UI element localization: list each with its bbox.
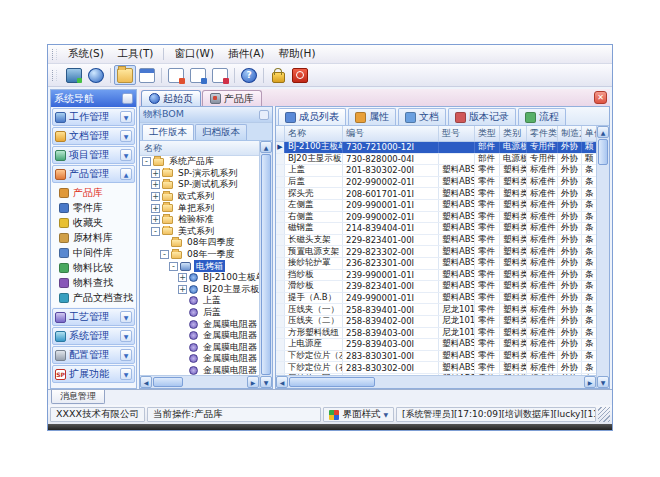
expand-icon[interactable]: + [151, 204, 160, 213]
tree-node-6[interactable]: -美式系列 [140, 226, 259, 238]
tree-node-12[interactable]: 上盖 [140, 295, 259, 307]
tree-node-8[interactable]: -08年一季度 [140, 249, 259, 261]
tree-node-16[interactable]: 金属膜电阻器 [140, 342, 259, 354]
report-delete-icon[interactable] [209, 65, 231, 85]
scroll-down-icon[interactable]: ▼ [260, 376, 272, 388]
table-row[interactable]: 滑纱板239-823401-00I塑料ABS零件塑料类标准件外协条 [276, 281, 596, 293]
tree-node-2[interactable]: +SP-测试机系列 [140, 179, 259, 191]
table-row[interactable]: 提手（A.B）249-990001-01I塑料ABS零件塑料类标准件外协条 [276, 293, 596, 305]
table-row[interactable]: 左侧盖209-990001-01I塑料ABS零件塑料类标准件外协条 [276, 200, 596, 212]
tree-node-7[interactable]: 08年四季度 [140, 237, 259, 249]
message-panel-tab[interactable]: 消息管理 [51, 390, 105, 404]
tree-node-18[interactable]: 金属膜电阻器 [140, 365, 259, 375]
sidebar-item-favorites[interactable]: 收藏夹 [51, 215, 136, 230]
scrollbar-thumb[interactable] [598, 139, 608, 165]
tree-column-header[interactable]: 名称 [140, 141, 259, 156]
expand-icon[interactable]: + [178, 285, 187, 294]
detail-tab-1[interactable]: 属性 [348, 108, 396, 125]
detail-tab-4[interactable]: 流程 [518, 108, 566, 125]
chevron-down-icon[interactable]: ▼ [120, 311, 132, 323]
close-tab-button[interactable]: ✕ [594, 91, 607, 104]
table-row[interactable]: 下纱定位片（左）283-830301-00I塑料ABS零件塑料类标准件外协条 [276, 351, 596, 363]
tree-node-4[interactable]: +单把系列 [140, 202, 259, 214]
table-row[interactable]: 压线夹（二）258-839402-00I尼龙1010零件塑料类标准件外协条 [276, 316, 596, 328]
menu-item-5[interactable]: 帮助(H) [271, 47, 322, 61]
column-header-3[interactable]: 类型 [475, 126, 500, 141]
doc-tab-1[interactable]: 产品库 [202, 90, 262, 106]
workspace-icon[interactable] [63, 65, 85, 85]
web-icon[interactable] [85, 65, 107, 85]
column-header-6[interactable]: 制造方式 [558, 126, 582, 141]
scroll-down-icon[interactable]: ▼ [597, 376, 609, 388]
expand-icon[interactable]: + [178, 273, 187, 282]
table-row[interactable]: 后盖202-990002-01I塑料ABS零件塑料类标准件外协条 [276, 177, 596, 189]
tree-node-15[interactable]: 金属膜电阻器 [140, 330, 259, 342]
expand-icon[interactable]: + [151, 180, 160, 189]
doc-tab-0[interactable]: 起始页 [141, 90, 201, 106]
collapse-icon[interactable]: - [142, 157, 151, 166]
sidebar-item-raw-material[interactable]: 原材料库 [51, 230, 136, 245]
table-row[interactable]: ▶BJ-2100主板单点730-721000-12I部件电源板专用件外协颗 [276, 142, 596, 154]
exit-icon[interactable] [289, 65, 311, 85]
table-row[interactable]: 压线夹（一）258-839401-00I尼龙1010零件塑料类标准件外协条 [276, 304, 596, 316]
sidebar-group-extension[interactable]: SP扩展功能▼ [52, 365, 135, 383]
sidebar-item-part-lib[interactable]: 零件库 [51, 200, 136, 215]
report-new-icon[interactable] [165, 65, 187, 85]
scrollbar-thumb[interactable] [289, 377, 375, 387]
table-row[interactable]: 挡纱板239-990001-01I塑料ABS零件塑料类标准件外协条 [276, 270, 596, 282]
tree-node-17[interactable]: 金属膜电阻器 [140, 353, 259, 365]
sidebar-group-product[interactable]: 产品管理▲ [52, 165, 135, 183]
scrollbar-thumb[interactable] [153, 377, 183, 387]
chevron-up-icon[interactable]: ▲ [120, 168, 132, 180]
scroll-left-icon[interactable]: ◀ [140, 376, 152, 388]
table-row[interactable]: 下纱定位片（右）283-830302-00I塑料ABS零件塑料类标准件外协条 [276, 362, 596, 374]
resize-grip[interactable] [598, 407, 610, 422]
chevron-down-icon[interactable]: ▼ [120, 368, 132, 380]
chevron-down-icon[interactable]: ▼ [120, 330, 132, 342]
ui-style-selector[interactable]: 界面样式 ▼ [323, 407, 394, 422]
table-row[interactable]: 长磁头支架229-823401-00I塑料ABS零件塑料类标准件外协条 [276, 235, 596, 247]
sidebar-group-config[interactable]: 配置管理▼ [52, 346, 135, 364]
sidebar-item-product-doc-search[interactable]: 产品文档查找 [51, 290, 136, 305]
tree-node-0[interactable]: -系统产品库 [140, 156, 259, 168]
sidebar-group-process[interactable]: 工艺管理▼ [52, 308, 135, 326]
table-row[interactable]: 上盖201-830302-00I塑料ABS零件塑料类标准件外协条 [276, 165, 596, 177]
column-header-1[interactable]: 编号 [343, 126, 439, 141]
chevron-down-icon[interactable]: ▼ [120, 130, 132, 142]
lock-icon[interactable] [267, 65, 289, 85]
menu-item-0[interactable]: 系统(S) [61, 47, 111, 61]
version-tab-1[interactable]: 归档版本 [195, 124, 247, 140]
sidebar-group-document[interactable]: 文档管理▼ [52, 127, 135, 145]
drag-handle[interactable] [52, 70, 57, 81]
sidebar-item-material-compare[interactable]: 物料比较 [51, 260, 136, 275]
chevron-down-icon[interactable]: ▼ [120, 111, 132, 123]
sidebar-item-intermediate-lib[interactable]: 中间件库 [51, 245, 136, 260]
sidebar-item-material-search[interactable]: 物料查找 [51, 275, 136, 290]
scroll-left-icon[interactable]: ◀ [276, 376, 288, 388]
table-row[interactable]: 右侧盖209-990002-01I塑料ABS零件塑料类标准件外协条 [276, 212, 596, 224]
chevron-down-icon[interactable]: ▼ [120, 149, 132, 161]
sidebar-group-system[interactable]: 系统管理▼ [52, 327, 135, 345]
table-row[interactable]: BJ20主显示板730-828000-04I部件电源板专用件外协颗 [276, 154, 596, 166]
sidebar-group-work[interactable]: 工作管理▼ [52, 108, 135, 126]
sidebar-group-project[interactable]: 项目管理▼ [52, 146, 135, 164]
table-row[interactable]: 接纱轮护罩236-823301-00I塑料ABS零件塑料类标准件外协条 [276, 258, 596, 270]
table-row[interactable]: 预置电源支架229-823302-00I塑料ABS零件塑料类标准件外协条 [276, 246, 596, 258]
drag-handle[interactable] [52, 49, 57, 60]
collapse-icon[interactable]: - [160, 250, 169, 259]
tree-node-9[interactable]: -电烤箱 [140, 260, 259, 272]
tree-node-13[interactable]: 后盖 [140, 307, 259, 319]
layout-icon[interactable] [136, 65, 158, 85]
table-row[interactable]: 磁钢盖214-839404-01I塑料ABS零件塑料类标准件外协条 [276, 223, 596, 235]
column-header-0[interactable]: 名称 [285, 126, 343, 141]
help-icon[interactable] [238, 65, 260, 85]
detail-tab-2[interactable]: 文档 [398, 108, 446, 125]
table-row[interactable]: 方形塑料线纽258-839403-00I尼龙1010零件塑料类标准件外协条 [276, 328, 596, 340]
expand-icon[interactable]: + [151, 215, 160, 224]
column-header-5[interactable]: 零件类型 [527, 126, 558, 141]
sidebar-collapse-icon[interactable] [122, 93, 133, 104]
report-open-icon[interactable] [187, 65, 209, 85]
table-row[interactable]: 上电源座259-839403-00I塑料ABS零件塑料类标准件外协条 [276, 339, 596, 351]
expand-icon[interactable]: + [151, 192, 160, 201]
scroll-up-icon[interactable]: ▲ [597, 126, 609, 138]
